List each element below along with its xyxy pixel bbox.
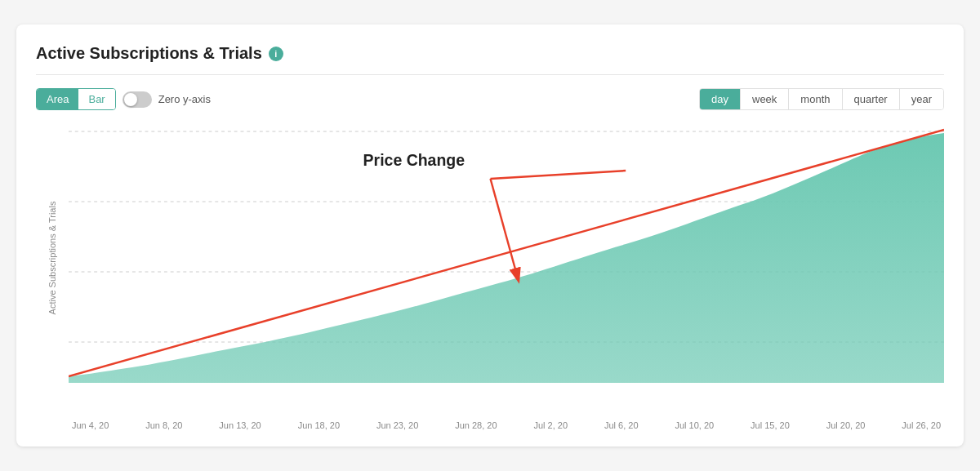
annotation-arrow-main: [491, 179, 519, 280]
x-axis-labels: Jun 4, 20 Jun 8, 20 Jun 13, 20 Jun 18, 2…: [69, 401, 944, 433]
x-label-1: Jun 8, 20: [145, 420, 182, 430]
period-month[interactable]: month: [789, 89, 842, 109]
x-label-0: Jun 4, 20: [72, 420, 109, 430]
annotation-text: Price Change: [363, 151, 466, 169]
x-label-9: Jul 15, 20: [751, 420, 790, 430]
zero-yaxis-label: Zero y-axis: [158, 93, 211, 105]
x-label-10: Jul 20, 20: [826, 420, 866, 430]
card: Active Subscriptions & Trials i Area Bar…: [16, 24, 964, 447]
period-selector: day week month quarter year: [699, 88, 944, 110]
period-quarter[interactable]: quarter: [843, 89, 900, 109]
x-label-7: Jul 6, 20: [604, 420, 639, 430]
area-button[interactable]: Area: [37, 89, 78, 109]
y-axis-label: Active Subscriptions & Trials: [47, 202, 57, 315]
chart-container: Active Subscriptions & Trials 0 100 200 …: [36, 123, 944, 433]
x-label-11: Jul 26, 20: [902, 420, 941, 430]
toggle-thumb: [124, 93, 137, 106]
card-title-text: Active Subscriptions & Trials: [36, 44, 262, 63]
chart-type-group: Area Bar: [36, 88, 116, 110]
x-label-6: Jul 2, 20: [533, 420, 568, 430]
annotation-line-secondary: [491, 171, 626, 179]
x-label-2: Jun 13, 20: [219, 420, 261, 430]
x-label-4: Jun 23, 20: [376, 420, 418, 430]
x-label-8: Jul 10, 20: [675, 420, 714, 430]
area-fill: [69, 133, 944, 383]
period-year[interactable]: year: [900, 89, 943, 109]
period-day[interactable]: day: [700, 89, 741, 109]
x-label-3: Jun 18, 20: [298, 420, 340, 430]
controls-row: Area Bar Zero y-axis day week month quar…: [36, 88, 944, 110]
left-controls: Area Bar Zero y-axis: [36, 88, 211, 110]
x-label-5: Jun 28, 20: [455, 420, 497, 430]
card-title-row: Active Subscriptions & Trials i: [36, 44, 944, 63]
period-week[interactable]: week: [741, 89, 789, 109]
info-icon[interactable]: i: [269, 47, 283, 61]
chart-svg: 0 100 200 300: [69, 123, 944, 393]
toggle-track: [122, 91, 152, 108]
divider: [36, 74, 944, 75]
bar-button[interactable]: Bar: [78, 89, 114, 109]
zero-yaxis-toggle[interactable]: Zero y-axis: [122, 91, 211, 108]
